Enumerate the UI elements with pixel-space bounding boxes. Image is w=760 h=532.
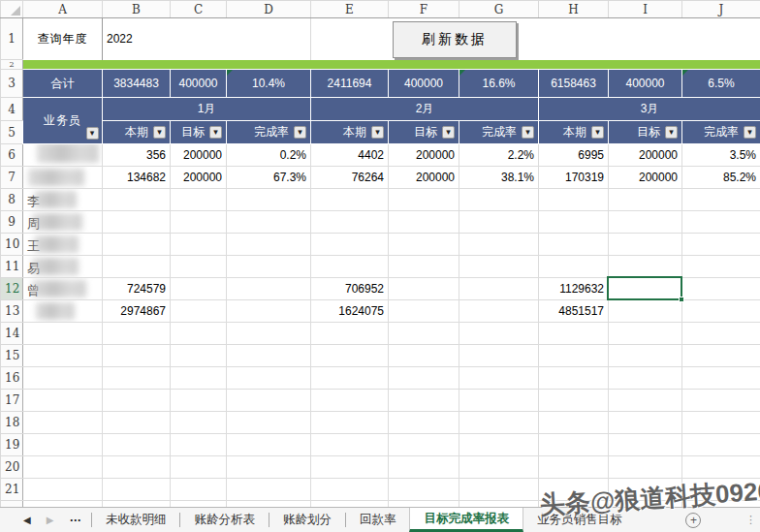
cell[interactable] bbox=[389, 456, 459, 479]
cell[interactable] bbox=[682, 211, 760, 234]
row-header-1[interactable]: 1 bbox=[1, 18, 23, 60]
sheet-tab-target-completion-active[interactable]: 目标完成率报表 bbox=[409, 508, 523, 532]
cell[interactable] bbox=[459, 456, 539, 479]
cell[interactable] bbox=[23, 390, 103, 412]
cell[interactable]: 3.5% bbox=[682, 144, 760, 167]
column-header-a[interactable]: A bbox=[23, 1, 103, 18]
salesperson-name-cell[interactable] bbox=[23, 167, 103, 189]
cell[interactable] bbox=[171, 323, 227, 345]
cell[interactable] bbox=[227, 211, 311, 234]
cell[interactable] bbox=[23, 412, 103, 434]
cell[interactable] bbox=[311, 323, 389, 345]
cell[interactable] bbox=[459, 367, 539, 390]
row-header-16[interactable]: 16 bbox=[1, 367, 23, 390]
column-header-d[interactable]: D bbox=[227, 1, 311, 18]
cell[interactable] bbox=[609, 434, 682, 456]
cell[interactable] bbox=[227, 367, 311, 390]
tab-scroll-left-icon[interactable]: ◀ bbox=[0, 508, 39, 532]
cell[interactable] bbox=[311, 211, 389, 234]
cell[interactable] bbox=[389, 300, 459, 323]
cell[interactable] bbox=[682, 256, 760, 278]
row-header-14[interactable]: 14 bbox=[1, 323, 23, 345]
total-cell[interactable]: 16.6% bbox=[459, 70, 539, 98]
total-cell[interactable]: 6158463 bbox=[539, 70, 609, 98]
cell[interactable] bbox=[227, 323, 311, 345]
cell[interactable]: 134682 bbox=[103, 167, 171, 189]
cell[interactable] bbox=[609, 412, 682, 434]
cell[interactable] bbox=[311, 456, 389, 479]
cell[interactable] bbox=[459, 256, 539, 278]
cell[interactable] bbox=[539, 390, 609, 412]
row-header-19[interactable]: 19 bbox=[1, 434, 23, 456]
column-header-f[interactable]: F bbox=[389, 1, 459, 18]
cell[interactable] bbox=[459, 189, 539, 211]
cell[interactable] bbox=[389, 234, 459, 256]
cell[interactable] bbox=[171, 479, 227, 501]
sheet-tab-huikuanlv[interactable]: 回款率 bbox=[346, 508, 410, 532]
cell[interactable] bbox=[682, 479, 760, 501]
select-all-corner[interactable] bbox=[1, 1, 23, 18]
cell[interactable]: 200000 bbox=[389, 167, 459, 189]
cell[interactable] bbox=[539, 211, 609, 234]
salesperson-name-cell[interactable]: 周 bbox=[23, 211, 103, 234]
salesperson-name-cell[interactable]: 王 bbox=[23, 234, 103, 256]
cell[interactable] bbox=[682, 278, 760, 300]
cell[interactable] bbox=[227, 345, 311, 367]
metric-header-cell[interactable]: 目标▾ bbox=[389, 121, 459, 144]
row-header-2[interactable]: 2 bbox=[1, 60, 23, 70]
cell[interactable] bbox=[311, 434, 389, 456]
row-header-20[interactable]: 20 bbox=[1, 456, 23, 479]
total-cell[interactable]: 2411694 bbox=[311, 70, 389, 98]
cell[interactable]: 200000 bbox=[389, 144, 459, 167]
tab-scroll-right-icon[interactable]: ▶ bbox=[39, 508, 62, 532]
row-header-9[interactable]: 9 bbox=[1, 211, 23, 234]
cell[interactable] bbox=[682, 390, 760, 412]
metric-header-cell[interactable]: 本期▾ bbox=[539, 121, 609, 144]
cell[interactable] bbox=[682, 323, 760, 345]
cell[interactable] bbox=[227, 234, 311, 256]
cell[interactable]: 200000 bbox=[171, 167, 227, 189]
metric-header-cell[interactable]: 本期▾ bbox=[103, 121, 171, 144]
cell[interactable] bbox=[539, 189, 609, 211]
cell[interactable]: 4402 bbox=[311, 144, 389, 167]
month-header-feb[interactable]: 2月 bbox=[311, 98, 539, 121]
new-sheet-icon[interactable]: + bbox=[685, 513, 701, 528]
column-header-g[interactable]: G bbox=[459, 1, 539, 18]
cell[interactable] bbox=[609, 211, 682, 234]
cell[interactable] bbox=[389, 434, 459, 456]
row-header-4[interactable]: 4 bbox=[1, 98, 23, 121]
refresh-data-button[interactable]: 刷新数据 bbox=[393, 21, 517, 58]
cell[interactable] bbox=[103, 256, 171, 278]
cell[interactable] bbox=[311, 390, 389, 412]
cell[interactable] bbox=[539, 456, 609, 479]
cell[interactable] bbox=[103, 456, 171, 479]
tab-overflow-icon[interactable]: … bbox=[61, 508, 91, 532]
cell[interactable] bbox=[103, 345, 171, 367]
cell[interactable]: 76264 bbox=[311, 167, 389, 189]
cell[interactable] bbox=[171, 234, 227, 256]
cell[interactable] bbox=[459, 300, 539, 323]
cell[interactable]: 1624075 bbox=[311, 300, 389, 323]
cell[interactable] bbox=[609, 300, 682, 323]
row-header-17[interactable]: 17 bbox=[1, 390, 23, 412]
cell[interactable]: 200000 bbox=[609, 144, 682, 167]
cell[interactable] bbox=[459, 479, 539, 501]
cell[interactable] bbox=[171, 300, 227, 323]
cell[interactable] bbox=[682, 189, 760, 211]
cell[interactable] bbox=[682, 412, 760, 434]
cell[interactable]: 200000 bbox=[171, 144, 227, 167]
cell[interactable]: 0.2% bbox=[227, 144, 311, 167]
row-header-3[interactable]: 3 bbox=[1, 70, 23, 98]
cell[interactable] bbox=[171, 278, 227, 300]
cell[interactable] bbox=[227, 300, 311, 323]
sheet-tab-sales-target[interactable]: 业务员销售目标 bbox=[523, 508, 636, 532]
cell[interactable] bbox=[171, 211, 227, 234]
cell[interactable] bbox=[103, 189, 171, 211]
cell[interactable] bbox=[227, 479, 311, 501]
cell[interactable] bbox=[311, 367, 389, 390]
cell[interactable] bbox=[539, 234, 609, 256]
cell[interactable]: 706952 bbox=[311, 278, 389, 300]
cell[interactable] bbox=[389, 278, 459, 300]
salesperson-name-cell[interactable] bbox=[23, 144, 103, 167]
cell[interactable] bbox=[227, 278, 311, 300]
